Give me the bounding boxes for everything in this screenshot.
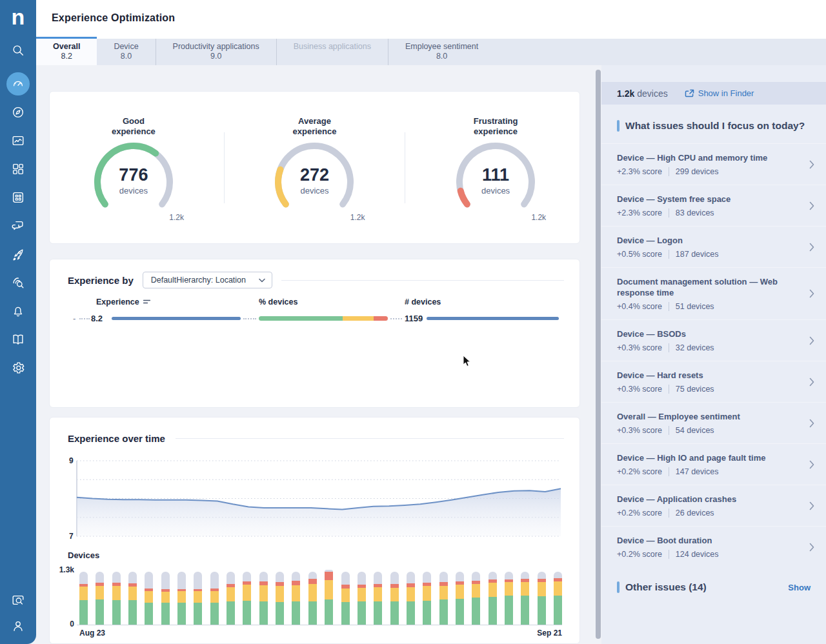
experience-by-card: Experience by DefaultHierarchy: Location… xyxy=(49,259,580,408)
issue-overall-employee-sentiment[interactable]: Overall — Employee sentiment+0.3% score5… xyxy=(601,402,826,443)
finder-search-icon[interactable] xyxy=(6,589,30,612)
rest-segment xyxy=(276,572,284,582)
dashboards-icon[interactable] xyxy=(6,157,30,181)
hierarchy-dropdown-value: DefaultHierarchy: Location xyxy=(151,276,246,285)
column-pct-devices: % devices xyxy=(259,297,297,307)
pct-good-segment xyxy=(259,316,343,321)
investigate-icon[interactable] xyxy=(6,271,30,294)
average-segment xyxy=(325,580,333,599)
gauge-frustrating: Frustratingexperience111devices1.2k xyxy=(418,116,573,219)
device-bar xyxy=(79,572,88,625)
show-other-issues-link[interactable]: Show xyxy=(788,583,816,592)
issue-device-hard-resets[interactable]: Device — Hard resets+0.3% score75 device… xyxy=(601,361,826,402)
rest-segment xyxy=(505,572,513,579)
rest-segment xyxy=(227,572,235,584)
rest-segment xyxy=(308,572,317,579)
other-issues-title: Other issues (14) xyxy=(625,581,788,593)
tab-overall[interactable]: Overall8.2 xyxy=(36,39,97,65)
issue-devices: 83 devices xyxy=(676,208,714,217)
issue-device-bsods[interactable]: Device — BSODs+0.3% score32 devices xyxy=(601,319,826,361)
divider xyxy=(281,280,564,281)
divider xyxy=(669,467,669,476)
issue-devices: 124 devices xyxy=(676,550,719,559)
metrics-icon[interactable] xyxy=(6,129,30,152)
tab-business-applications[interactable]: Business applications xyxy=(276,39,388,65)
issue-device-application-crashes[interactable]: Device — Application crashes+0.2% score2… xyxy=(601,485,826,526)
other-issues-header: Other issues (14) Show xyxy=(601,567,826,602)
vertical-scrollbar[interactable] xyxy=(596,70,601,639)
average-segment xyxy=(374,587,382,601)
experience-by-row[interactable]: - 8.2 1159 xyxy=(50,314,579,324)
issue-devices: 51 devices xyxy=(676,302,714,311)
tab-device[interactable]: Device8.0 xyxy=(97,39,155,65)
hierarchy-dropdown[interactable]: DefaultHierarchy: Location xyxy=(143,272,272,288)
issue-devices: 299 devices xyxy=(676,167,719,176)
average-segment xyxy=(554,581,562,596)
good-segment xyxy=(292,601,300,625)
issue-devices: 54 devices xyxy=(676,426,714,435)
gauge-max-label: 1.2k xyxy=(169,213,184,222)
good-segment xyxy=(161,603,170,625)
search-icon[interactable] xyxy=(6,39,30,62)
average-segment xyxy=(259,585,268,602)
average-segment xyxy=(292,585,300,602)
issue-title: Device — Boot duration xyxy=(617,535,798,546)
device-bar xyxy=(407,572,415,625)
average-segment xyxy=(79,587,88,601)
tab-productivity-applications[interactable]: Productivity applications9.0 xyxy=(156,39,276,65)
issue-device-boot-duration[interactable]: Device — Boot duration+0.2% score124 dev… xyxy=(601,526,826,567)
average-segment xyxy=(145,591,153,603)
issue-devices: 75 devices xyxy=(676,385,714,394)
issue-device-high-cpu-and-memory-time[interactable]: Device — High CPU and memory time+2.3% s… xyxy=(601,143,826,185)
issue-document-management-solution-web-response-time[interactable]: Document management solution — Web respo… xyxy=(601,267,826,319)
issue-device-system-free-space[interactable]: Device — System free space+2.3% score83 … xyxy=(601,185,826,226)
tab-employee-sentiment[interactable]: Employee sentiment8.0 xyxy=(388,39,495,65)
issue-score: +0.5% score xyxy=(617,250,662,259)
dotted-connector xyxy=(390,318,402,319)
rocket-icon[interactable] xyxy=(6,243,30,266)
bar-x-axis xyxy=(77,625,562,625)
rest-segment xyxy=(292,572,300,581)
issue-device-high-io-and-page-fault-time[interactable]: Device — High IO and page fault time+0.2… xyxy=(601,443,826,485)
average-segment xyxy=(423,586,431,601)
app-logo: n xyxy=(0,0,36,37)
library-icon[interactable] xyxy=(6,186,30,209)
gauge-value: 776 xyxy=(88,165,179,185)
good-segment xyxy=(308,601,317,625)
tab-label: Productivity applications xyxy=(173,42,259,52)
device-bar xyxy=(259,572,268,625)
profile-icon[interactable] xyxy=(6,614,30,638)
device-bar xyxy=(505,572,513,625)
rest-segment xyxy=(472,572,480,581)
rest-segment xyxy=(374,572,382,584)
experience-dashboard-icon[interactable] xyxy=(6,72,30,96)
alerts-icon[interactable] xyxy=(6,299,30,323)
average-segment xyxy=(407,587,415,601)
average-segment xyxy=(521,582,529,596)
issue-devices: 32 devices xyxy=(676,343,714,352)
score-tabbar: Overall8.2Device8.0Productivity applicat… xyxy=(36,39,826,65)
chevron-right-icon xyxy=(809,419,814,430)
good-segment xyxy=(521,596,529,625)
device-bar xyxy=(358,572,366,625)
row-prefix: - xyxy=(73,314,76,323)
tab-label: Employee sentiment xyxy=(405,42,478,52)
chevron-down-icon xyxy=(259,278,265,283)
bar-x-start-label: Aug 23 xyxy=(79,629,105,638)
documentation-icon[interactable] xyxy=(6,328,30,351)
device-bar xyxy=(374,572,382,625)
conversations-icon[interactable] xyxy=(6,214,30,237)
device-bar xyxy=(96,572,104,625)
column-experience[interactable]: Experience xyxy=(96,297,150,307)
show-in-finder-link[interactable]: Show in Finder xyxy=(685,88,754,98)
gauge-good: Goodexperience776devices1.2k xyxy=(56,116,211,219)
average-segment xyxy=(505,582,513,596)
page-header: Experience Optimization xyxy=(36,0,826,39)
issue-score: +0.3% score xyxy=(617,385,662,394)
issue-device-logon[interactable]: Device — Logon+0.5% score187 devices xyxy=(601,226,826,267)
divider xyxy=(669,508,669,518)
compass-icon[interactable] xyxy=(6,101,30,124)
device-bar xyxy=(423,572,431,625)
rest-segment xyxy=(128,572,137,583)
settings-icon[interactable] xyxy=(6,356,30,379)
